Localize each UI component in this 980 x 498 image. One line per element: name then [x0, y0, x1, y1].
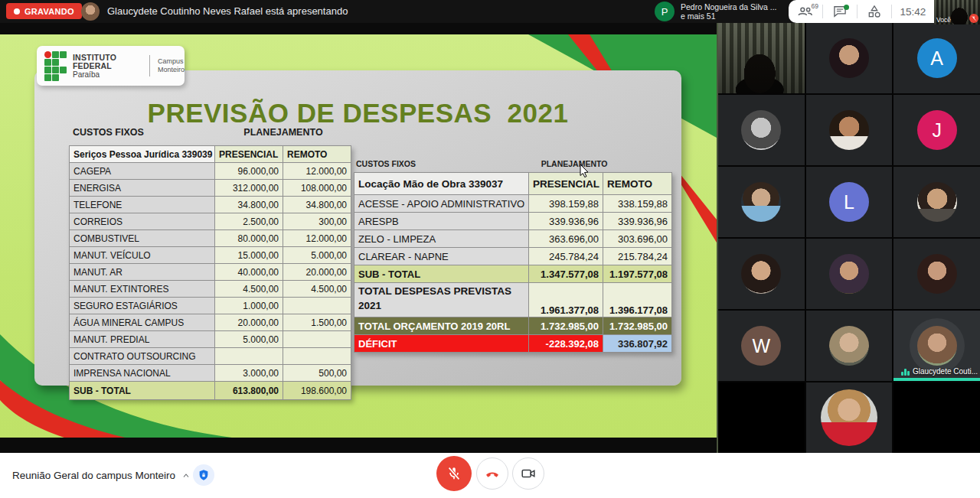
participant-tile[interactable]: W: [718, 311, 805, 381]
participant-avatar: [741, 110, 781, 150]
participant-tile[interactable]: J: [893, 95, 980, 165]
meeting-name-label: Reunião Geral do campus Monteiro: [12, 470, 175, 481]
table-row: DÉFICIT-228.392,08336.807,92: [354, 335, 672, 353]
row-value: -228.392,08: [529, 335, 603, 353]
meeting-safety-button[interactable]: [193, 464, 214, 486]
camera-button[interactable]: [512, 457, 544, 490]
row-value: 1.396.177,08: [603, 283, 672, 317]
row-label: ARESPB: [354, 213, 529, 230]
row-value: 5.000,00: [283, 247, 351, 264]
participant-tile[interactable]: [806, 382, 893, 453]
fixed-costs-services-table: Seriços Pessoa Jurídica 339039PRESENCIAL…: [69, 145, 351, 400]
chat-button[interactable]: [823, 0, 857, 23]
participant-name: Glaucydete Couti...: [913, 367, 978, 376]
self-label: Você: [936, 16, 951, 24]
participant-tile[interactable]: [806, 311, 893, 381]
hang-up-button[interactable]: [476, 457, 508, 490]
row-value: 245.784,24: [529, 248, 603, 265]
participant-avatar: [741, 182, 781, 222]
participants-summary-text: Pedro Nogueira da Silva ... e mais 51: [681, 2, 777, 21]
table-row: MANUT. EXTINTORES4.500,004.500,00: [70, 281, 351, 298]
row-value: 1.500,00: [283, 314, 351, 331]
participant-letter-avatar: L: [829, 182, 869, 222]
row-label: SUB - TOTAL: [354, 265, 529, 283]
table-row: ÁGUA MINERAL CAMPUS20.000,001.500,00: [70, 314, 351, 331]
presentation-stage: INSTITUTO FEDERAL Paraíba Campus Monteir…: [0, 23, 717, 453]
row-label: COMBUSTIVEL: [70, 230, 215, 247]
top-right-toolbar: 69 15:42: [789, 0, 934, 23]
recording-label: GRAVANDO: [24, 7, 74, 16]
participant-tile[interactable]: [893, 167, 980, 237]
participants-panel: AJLWGlaucydete Couti...: [717, 23, 980, 453]
participant-avatar: [829, 38, 869, 78]
participant-tile[interactable]: [806, 239, 893, 309]
right-table-planning-label: PLANEJAMENTO: [501, 159, 647, 168]
row-value: 34.800,00: [283, 197, 351, 213]
row-label: CORREIOS: [70, 213, 215, 230]
row-value: 1.347.577,08: [529, 265, 603, 283]
participant-tile[interactable]: [718, 239, 805, 309]
participant-avatar: [821, 389, 877, 446]
row-value: 198.600,00: [283, 382, 351, 400]
participant-tile[interactable]: A: [893, 23, 980, 93]
table-row: TOTAL DESPESAS PREVISTAS 20211.961.377,0…: [354, 283, 672, 317]
row-value: 20.000,00: [215, 314, 283, 331]
row-value: 1.732.985,00: [603, 317, 672, 335]
self-mic-muted-icon: [969, 14, 978, 23]
participant-letter-avatar: A: [917, 38, 957, 78]
table-row: IMPRENSA NACIONAL3.000,00500,00: [70, 365, 351, 382]
mic-off-icon: [446, 465, 462, 482]
table-row: COMBUSTIVEL80.000,0012.000,00: [70, 230, 351, 247]
participant-tile[interactable]: [806, 95, 893, 165]
table-row: ZELO - LIMPEZA363.696,00303.696,00: [354, 230, 672, 248]
audio-activity-icon: [901, 368, 910, 376]
active-speaker-indicator: [893, 378, 980, 381]
row-value: 613.800,00: [215, 382, 283, 400]
row-value: [283, 348, 351, 365]
table-row: MANUT. VEÍCULO15.000,005.000,00: [70, 247, 351, 264]
row-value: 303.696,00: [603, 230, 672, 248]
row-label: TOTAL DESPESAS PREVISTAS 2021: [354, 283, 529, 317]
column-header: Seriços Pessoa Jurídica 339039: [70, 146, 215, 163]
participant-avatar: [829, 254, 869, 294]
row-value: 12.000,00: [283, 163, 351, 180]
column-header: PRESENCIAL: [215, 146, 283, 163]
participant-tile[interactable]: [893, 239, 980, 309]
row-label: DÉFICIT: [354, 335, 529, 353]
table-row: ENERGISA312.000,00108.000,00: [70, 180, 351, 197]
row-label: SUB - TOTAL: [70, 382, 215, 400]
row-value: 4.500,00: [215, 281, 283, 298]
row-value: 2.500,00: [215, 213, 283, 230]
right-table-section-label: CUSTOS FIXOS: [356, 159, 416, 168]
left-table-section-label: CUSTOS FIXOS: [73, 127, 144, 138]
self-video-tile[interactable]: Você: [934, 0, 980, 24]
row-label: TOTAL ORÇAMENTO 2019 20RL: [354, 317, 529, 335]
participant-tile[interactable]: Glaucydete Couti...: [893, 311, 980, 381]
row-value: 4.500,00: [283, 281, 351, 298]
participant-tile[interactable]: L: [806, 167, 893, 237]
participant-video-tile[interactable]: [718, 23, 805, 93]
mic-mute-button[interactable]: [436, 456, 472, 491]
table-row: MANUT. PREDIAL5.000,00: [70, 331, 351, 348]
row-value: 40.000,00: [215, 264, 283, 281]
participant-grid: AJLWGlaucydete Couti...: [718, 23, 980, 453]
row-value: 215.784,24: [603, 248, 672, 265]
logo-brand-sub: Paraíba: [73, 70, 142, 79]
grid-gap: [718, 382, 805, 453]
participant-tile[interactable]: [718, 167, 805, 237]
row-label: IMPRENSA NACIONAL: [70, 365, 215, 382]
row-value: 1.000,00: [215, 298, 283, 314]
activities-button[interactable]: [858, 0, 891, 23]
top-bar: GRAVANDO Glaucydete Coutinho Neves Rafae…: [0, 0, 980, 23]
row-label: CLAREAR - NAPNE: [354, 248, 529, 265]
people-button[interactable]: 69: [789, 0, 822, 23]
left-table-planning-label: PLANEJAMENTO: [214, 127, 352, 138]
table-row: SUB - TOTAL1.347.577,081.197.577,08: [354, 265, 672, 283]
row-label: CONTRATO OUTSOURCING: [70, 348, 215, 365]
participant-tile[interactable]: [806, 23, 893, 93]
meet-window: GRAVANDO Glaucydete Coutinho Neves Rafae…: [0, 0, 980, 498]
participant-tile[interactable]: [718, 95, 805, 165]
row-value: 398.159,88: [529, 195, 603, 213]
participants-summary[interactable]: P Pedro Nogueira da Silva ... e mais 51: [655, 1, 777, 22]
meeting-name[interactable]: Reunião Geral do campus Monteiro: [12, 453, 191, 498]
